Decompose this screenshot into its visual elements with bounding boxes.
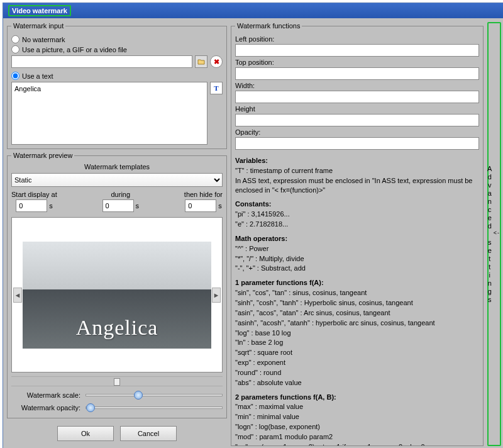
- p1-sin: "sin", "cos", "tan" : sinus, cosinus, ta…: [235, 288, 479, 298]
- titlebar[interactable]: Video watermark: [3, 3, 503, 18]
- var-note: In ASS text, expression must be enclosed…: [235, 176, 479, 195]
- radio-no-watermark[interactable]: [11, 35, 19, 43]
- p1-abs: "abs" : absolute value: [235, 378, 479, 388]
- dialog-body: Watermark input No watermark Use a pictu…: [3, 18, 503, 448]
- left-position-input[interactable]: [235, 44, 479, 57]
- top-position-label: Top position:: [235, 59, 479, 66]
- radio-use-file[interactable]: [11, 45, 19, 53]
- opacity-slider[interactable]: [86, 406, 223, 409]
- p1-heading: 1 parameter functions f(A):: [235, 279, 324, 286]
- during-unit: s: [136, 202, 140, 210]
- width-input[interactable]: [235, 91, 479, 103]
- p1-log: "log" : base 10 log: [235, 328, 479, 338]
- preview-area: ◄ Angelica ►: [11, 217, 223, 372]
- height-input[interactable]: [235, 114, 479, 126]
- function-doc: Variables: "T" : timestamp of current fr…: [235, 156, 479, 446]
- watermark-text-input[interactable]: Angelica: [11, 82, 207, 145]
- p1-ln: "ln" : base 2 log: [235, 338, 479, 347]
- math-mul: "*", "/" : Multiply, divide: [235, 254, 479, 264]
- var-t: "T" : timestamp of current frame: [235, 166, 479, 176]
- opacity-func-input[interactable]: [235, 137, 479, 150]
- seek-thumb[interactable]: [114, 378, 120, 386]
- p2-logn: "logn" : log(base, exponent): [235, 422, 479, 432]
- p1-asinh: "asinh", "acosh", "atanh" : hyperbolic a…: [235, 318, 479, 328]
- video-watermark-dialog: Video watermark Watermark input No water…: [3, 3, 503, 448]
- text-settings-icon[interactable]: T: [210, 82, 223, 94]
- window-title: Video watermark: [8, 5, 71, 16]
- clear-file-icon[interactable]: ✖: [210, 55, 223, 68]
- width-label: Width:: [235, 82, 479, 89]
- template-select[interactable]: Static: [11, 173, 223, 187]
- math-heading: Math operators:: [235, 235, 287, 242]
- watermark-input-legend: Watermark input: [11, 22, 65, 30]
- timing-row: Start display at s during s: [11, 191, 223, 212]
- const-pi: "pi" : 3,1415926...: [235, 210, 479, 219]
- scale-slider[interactable]: [86, 394, 223, 396]
- top-position-input[interactable]: [235, 67, 479, 80]
- p2-eq: "eq" : eq(param1,param2) return 1 if par…: [235, 442, 479, 446]
- advanced-toggle-icon[interactable]: <-: [494, 230, 500, 236]
- p2-max: "max" : maximal value: [235, 402, 479, 412]
- p2-mod: "mod" : param1 modulo param2: [235, 432, 479, 442]
- opacity-func-label: Opacity:: [235, 128, 479, 136]
- p1-exp: "exp" : exponent: [235, 358, 479, 367]
- scale-label: Watermark scale:: [11, 391, 80, 399]
- left-column: Watermark input No watermark Use a pictu…: [7, 22, 227, 446]
- watermark-functions-group: Watermark functions Left position: Top p…: [231, 22, 484, 446]
- radio-use-text-label: Use a text: [22, 72, 53, 80]
- p2-min: "min" : minimal value: [235, 412, 479, 422]
- during-label: during: [111, 191, 131, 198]
- advanced-settings-label: Advanced settings: [486, 165, 494, 304]
- preview-frame: Angelica: [23, 242, 211, 349]
- p1-asin: "asin", "acos", "atan" : Arc sinus, cosi…: [235, 308, 479, 318]
- left-position-label: Left position:: [235, 35, 479, 43]
- math-add: "-", "+" : Substract, add: [235, 264, 479, 273]
- watermark-input-group: Watermark input No watermark Use a pictu…: [7, 22, 227, 149]
- preview-seek-bar[interactable]: [11, 376, 223, 386]
- functions-legend: Watermark functions: [235, 22, 302, 30]
- start-unit: s: [49, 202, 53, 210]
- math-pow: "^" : Power: [235, 244, 479, 254]
- hide-unit: s: [218, 202, 222, 210]
- watermark-preview-group: Watermark preview Watermark templates St…: [7, 152, 227, 418]
- p2-heading: 2 parameters functions f(A, B):: [235, 393, 336, 401]
- browse-file-icon[interactable]: [195, 55, 207, 68]
- height-label: Height: [235, 105, 479, 113]
- option-use-file[interactable]: Use a picture, a GIF or a video file: [11, 45, 223, 53]
- p1-round: "round" : round: [235, 368, 479, 378]
- constants-heading: Constants:: [235, 200, 271, 208]
- option-use-text[interactable]: Use a text: [11, 72, 223, 80]
- preview-next-icon[interactable]: ►: [212, 288, 221, 303]
- templates-label: Watermark templates: [11, 163, 223, 171]
- start-display-input[interactable]: [16, 199, 47, 212]
- start-display-label: Start display at: [11, 191, 57, 198]
- variables-heading: Variables:: [235, 157, 268, 164]
- radio-no-watermark-label: No watermark: [22, 36, 65, 43]
- hide-for-label: then hide for: [184, 191, 223, 198]
- during-input[interactable]: [102, 199, 134, 212]
- option-no-watermark[interactable]: No watermark: [11, 35, 223, 43]
- scale-slider-thumb[interactable]: [134, 391, 143, 400]
- right-column: Watermark functions Left position: Top p…: [231, 22, 484, 446]
- radio-use-file-label: Use a picture, a GIF or a video file: [22, 46, 127, 53]
- p1-sinh: "sinh", "cosh", "tanh" : Hyperbolic sinu…: [235, 298, 479, 308]
- ok-button[interactable]: Ok: [57, 426, 114, 441]
- opacity-slider-thumb[interactable]: [86, 403, 95, 412]
- radio-use-text[interactable]: [11, 72, 19, 80]
- advanced-settings-panel[interactable]: <- Advanced settings: [487, 22, 501, 446]
- p1-sqrt: "sqrt" : square root: [235, 348, 479, 357]
- cancel-button[interactable]: Cancel: [120, 426, 177, 441]
- const-e: "e" : 2.7182818...: [235, 220, 479, 229]
- opacity-label: Watermark opacity:: [11, 404, 80, 412]
- preview-prev-icon[interactable]: ◄: [13, 288, 22, 303]
- hide-for-input[interactable]: [185, 199, 216, 212]
- preview-overlay-text: Angelica: [76, 316, 158, 340]
- dialog-buttons: Ok Cancel: [7, 421, 227, 446]
- watermark-preview-legend: Watermark preview: [11, 152, 74, 159]
- file-path-input[interactable]: [11, 55, 192, 68]
